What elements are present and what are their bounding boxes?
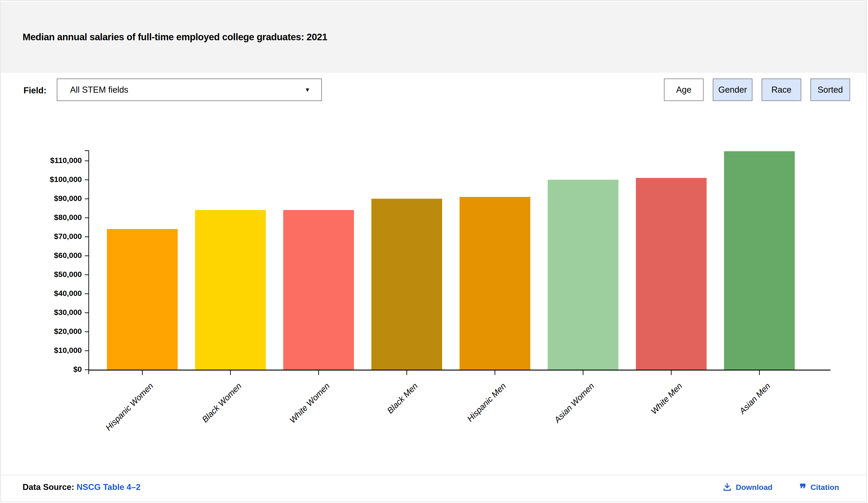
y-axis-tick <box>85 217 89 218</box>
bar-black-men[interactable] <box>371 199 442 370</box>
x-axis-label-black-men: Black Men <box>385 381 420 415</box>
chevron-down-icon: ▼ <box>304 86 310 93</box>
y-axis-tick <box>85 179 89 180</box>
x-axis-tick <box>671 370 672 375</box>
y-axis-tick <box>85 294 89 294</box>
bar-hispanic-women[interactable] <box>107 229 178 370</box>
x-axis-tick <box>583 370 583 375</box>
y-axis-tick-label: $10,000 <box>10 346 82 355</box>
footer-actions: Download ❞ Citation <box>723 483 839 492</box>
field-select-value: All STEM fields <box>70 85 128 95</box>
x-axis-label-white-women: White Women <box>288 381 332 425</box>
bar-asian-men[interactable] <box>724 151 795 370</box>
x-axis-tick <box>142 370 143 375</box>
download-button[interactable]: Download <box>723 483 772 492</box>
data-source: Data Source: NSCG Table 4–2 <box>23 482 141 492</box>
x-axis-label-hispanic-men: Hispanic Men <box>465 381 508 424</box>
field-label: Field: <box>23 73 46 108</box>
y-axis-tick <box>85 369 89 370</box>
x-axis-label-white-men: White Men <box>649 381 684 416</box>
age-toggle-button[interactable]: Age <box>664 79 704 101</box>
x-axis-tick <box>230 370 231 375</box>
sorted-toggle-button[interactable]: Sorted <box>810 79 850 101</box>
x-axis-label-asian-women: Asian Women <box>552 381 596 425</box>
y-axis-tick <box>85 255 89 256</box>
y-axis-tick <box>85 312 89 313</box>
y-axis-tick <box>85 198 89 199</box>
y-axis-tick-label: $110,000 <box>10 156 82 165</box>
bar-chart: $0$10,000$20,000$30,000$40,000$50,000$60… <box>1 108 866 475</box>
y-axis-tick-label: $60,000 <box>10 251 82 260</box>
y-axis-tick <box>85 350 89 351</box>
bar-white-men[interactable] <box>636 178 706 370</box>
gender-toggle-button[interactable]: Gender <box>713 79 753 101</box>
y-axis-tick <box>85 275 89 275</box>
y-axis-tick-label: $90,000 <box>10 194 82 203</box>
bar-hispanic-men[interactable] <box>459 197 530 370</box>
y-axis-tick <box>85 331 89 332</box>
x-axis-line <box>89 370 830 370</box>
y-axis-tick-label: $50,000 <box>10 270 82 279</box>
y-axis-tick-label: $30,000 <box>10 308 82 317</box>
y-axis-tick-label: $40,000 <box>10 289 82 298</box>
x-axis-label-asian-men: Asian Men <box>737 381 772 416</box>
data-source-link[interactable]: NSCG Table 4–2 <box>76 482 141 492</box>
chart-header: Median annual salaries of full-time empl… <box>1 2 866 73</box>
download-label: Download <box>736 483 772 492</box>
y-axis-tick-label: $20,000 <box>10 327 82 336</box>
data-source-label: Data Source: <box>23 482 74 492</box>
x-axis-tick <box>495 370 495 375</box>
x-axis-label-black-women: Black Women <box>200 381 244 424</box>
field-select[interactable]: All STEM fields ▼ <box>57 79 322 101</box>
race-toggle-button[interactable]: Race <box>762 79 801 101</box>
x-axis-tick <box>759 370 760 375</box>
y-axis-tick-label: $100,000 <box>10 175 82 184</box>
x-axis-label-hispanic-women: Hispanic Women <box>104 381 155 432</box>
controls-row: Field: All STEM fields ▼ Age Gender Race… <box>1 73 866 109</box>
download-icon <box>723 483 732 492</box>
y-axis-tick-label: $0 <box>10 365 82 374</box>
y-axis-tick-label: $80,000 <box>10 213 82 222</box>
y-axis-line <box>89 150 89 374</box>
citation-label: Citation <box>810 483 839 492</box>
bar-white-women[interactable] <box>283 210 354 370</box>
x-axis-tick <box>406 370 407 375</box>
citation-button[interactable]: ❞ Citation <box>799 483 839 492</box>
bar-asian-women[interactable] <box>548 180 619 370</box>
salary-chart-widget: Median annual salaries of full-time empl… <box>0 0 868 503</box>
bar-black-women[interactable] <box>195 210 266 370</box>
chart-footer: Data Source: NSCG Table 4–2 Download ❞ C… <box>1 475 866 501</box>
y-axis-tick <box>85 236 89 237</box>
x-axis-tick <box>318 370 319 375</box>
page-title: Median annual salaries of full-time empl… <box>23 32 327 42</box>
y-axis-tick-label: $70,000 <box>10 232 82 241</box>
citation-quote-icon: ❞ <box>799 485 806 492</box>
y-axis-tick <box>85 161 89 161</box>
